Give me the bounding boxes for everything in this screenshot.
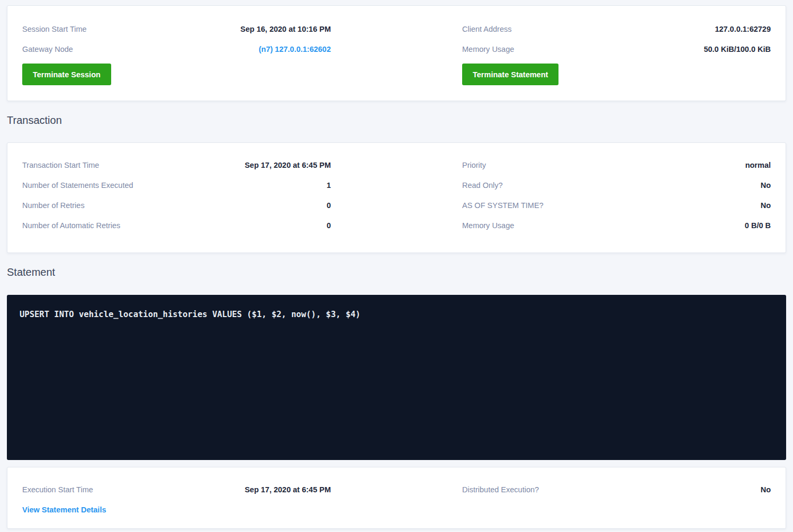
statements-executed-value: 1 [327,181,331,190]
automatic-retries-row: Number of Automatic Retries 0 [22,215,331,236]
read-only-label: Read Only? [462,181,503,190]
session-start-time-row: Session Start Time Sep 16, 2020 at 10:16… [22,19,331,39]
session-start-time-label: Session Start Time [22,25,87,33]
terminate-session-button[interactable]: Terminate Session [22,64,111,85]
statement-sql-text: UPSERT INTO vehicle_location_histories V… [20,310,773,319]
session-summary-left-column: Session Start Time Sep 16, 2020 at 10:16… [22,19,331,85]
transaction-memory-usage-value: 0 B/0 B [745,221,771,230]
session-summary-card: Session Start Time Sep 16, 2020 at 10:16… [7,5,786,101]
transaction-start-time-label: Transaction Start Time [22,161,99,169]
client-address-label: Client Address [462,25,512,33]
statements-executed-row: Number of Statements Executed 1 [22,175,331,195]
session-memory-usage-label: Memory Usage [462,45,514,53]
transaction-card: Transaction Start Time Sep 17, 2020 at 6… [7,142,786,253]
session-summary-right-column: Client Address 127.0.0.1:62729 Memory Us… [462,19,771,85]
retries-row: Number of Retries 0 [22,195,331,215]
distributed-execution-value: No [761,485,771,494]
automatic-retries-value: 0 [327,221,331,230]
session-memory-usage-row: Memory Usage 50.0 KiB/100.0 KiB [462,39,771,59]
execution-right-column: Distributed Execution? No [462,480,771,520]
statement-heading: Statement [7,265,786,279]
priority-row: Priority normal [462,155,771,175]
transaction-start-time-value: Sep 17, 2020 at 6:45 PM [245,161,331,169]
client-address-row: Client Address 127.0.0.1:62729 [462,19,771,39]
automatic-retries-label: Number of Automatic Retries [22,221,120,230]
read-only-value: No [761,181,771,190]
execution-left-column: Execution Start Time Sep 17, 2020 at 6:4… [22,480,331,520]
client-address-value: 127.0.0.1:62729 [715,25,771,33]
priority-value: normal [745,161,771,169]
terminate-statement-button[interactable]: Terminate Statement [462,64,558,85]
execution-summary-card: Execution Start Time Sep 17, 2020 at 6:4… [7,467,786,529]
execution-start-time-value: Sep 17, 2020 at 6:45 PM [245,485,331,494]
view-statement-details-link[interactable]: View Statement Details [22,506,106,514]
priority-label: Priority [462,161,486,169]
session-memory-usage-value: 50.0 KiB/100.0 KiB [704,45,771,53]
distributed-execution-row: Distributed Execution? No [462,480,771,500]
transaction-memory-usage-label: Memory Usage [462,221,514,230]
retries-value: 0 [327,201,331,210]
transaction-start-time-row: Transaction Start Time Sep 17, 2020 at 6… [22,155,331,175]
transaction-left-column: Transaction Start Time Sep 17, 2020 at 6… [22,155,331,236]
gateway-node-row: Gateway Node (n7) 127.0.0.1:62602 [22,39,331,59]
statements-executed-label: Number of Statements Executed [22,181,133,190]
transaction-heading: Transaction [7,113,786,128]
statement-sql-box: UPSERT INTO vehicle_location_histories V… [7,295,786,460]
session-details-page: Session Start Time Sep 16, 2020 at 10:16… [0,0,793,529]
as-of-system-time-value: No [761,201,771,210]
read-only-row: Read Only? No [462,175,771,195]
gateway-node-label: Gateway Node [22,45,73,53]
gateway-node-link[interactable]: (n7) 127.0.0.1:62602 [259,45,331,53]
transaction-right-column: Priority normal Read Only? No AS OF SYST… [462,155,771,236]
transaction-memory-usage-row: Memory Usage 0 B/0 B [462,215,771,236]
retries-label: Number of Retries [22,201,85,210]
view-statement-details-row: View Statement Details [22,500,331,520]
as-of-system-time-label: AS OF SYSTEM TIME? [462,201,544,210]
execution-start-time-row: Execution Start Time Sep 17, 2020 at 6:4… [22,480,331,500]
execution-start-time-label: Execution Start Time [22,485,93,494]
as-of-system-time-row: AS OF SYSTEM TIME? No [462,195,771,215]
distributed-execution-label: Distributed Execution? [462,485,539,494]
session-start-time-value: Sep 16, 2020 at 10:16 PM [240,25,331,33]
